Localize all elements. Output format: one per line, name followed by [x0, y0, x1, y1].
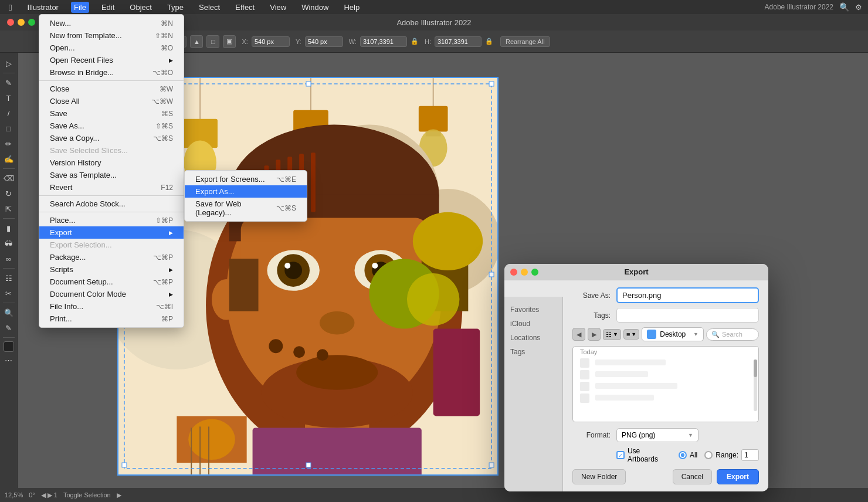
zoom-tool[interactable]: 🔍 — [2, 306, 16, 320]
file-item-4[interactable] — [573, 392, 758, 404]
notifications-icon[interactable]: ⚙ — [855, 3, 862, 12]
h-input[interactable] — [435, 36, 482, 47]
tags-input[interactable] — [616, 308, 759, 323]
rotate-tool[interactable]: ↻ — [2, 186, 16, 201]
menu-search-stock[interactable]: Search Adobe Stock... — [39, 198, 184, 210]
rearrange-all-button[interactable]: Rearrange All — [500, 36, 550, 47]
minimize-button[interactable] — [18, 19, 25, 26]
menu-open-recent[interactable]: Open Recent Files — [39, 54, 184, 66]
all-radio[interactable] — [679, 451, 687, 459]
file-item-2[interactable] — [573, 369, 758, 381]
app-menu-help[interactable]: Help — [341, 2, 362, 13]
blend-tool[interactable]: ∞ — [2, 252, 16, 266]
dialog-close-button[interactable] — [510, 269, 517, 276]
app-menu-edit[interactable]: Edit — [99, 2, 117, 13]
menu-export[interactable]: Export — [39, 226, 184, 239]
new-folder-button[interactable]: New Folder — [572, 469, 626, 484]
menu-print[interactable]: Print... ⌘P — [39, 313, 184, 325]
direct-selection-tool[interactable]: ▷ — [2, 56, 16, 70]
menu-package[interactable]: Package... ⌥⌘P — [39, 251, 184, 263]
app-menu-object[interactable]: Object — [127, 2, 155, 13]
menu-save[interactable]: Save ⌘S — [39, 107, 184, 120]
menu-browse-bridge[interactable]: Browse in Bridge... ⌥⌘O — [39, 66, 184, 79]
x-input[interactable] — [252, 36, 290, 47]
artboard-nav[interactable]: ◀ ▶ 1 — [41, 491, 57, 499]
type-tool[interactable]: T — [2, 91, 16, 105]
pencil-tool[interactable]: ✍ — [2, 152, 16, 166]
file-item-1[interactable] — [573, 357, 758, 369]
menu-scripts[interactable]: Scripts — [39, 263, 184, 276]
app-menu-type[interactable]: Type — [164, 2, 187, 13]
view-select-2[interactable]: ≡▼ — [623, 329, 639, 340]
menu-save-as[interactable]: Save As... ⇧⌘S — [39, 120, 184, 132]
pen-tool[interactable]: ✎ — [2, 76, 16, 90]
search-icon[interactable]: 🔍 — [839, 2, 849, 12]
file-scrollbar[interactable] — [754, 359, 757, 411]
range-input[interactable] — [741, 449, 759, 461]
menu-close[interactable]: Close ⌘W — [39, 83, 184, 95]
eyedropper-tool[interactable]: 🕶 — [2, 236, 16, 250]
y-input[interactable] — [305, 36, 343, 47]
save-as-input[interactable] — [616, 287, 759, 303]
w-input[interactable] — [360, 36, 407, 47]
menu-new[interactable]: New... ⌘N — [39, 17, 184, 29]
view-select[interactable]: ☷▼ — [603, 329, 621, 340]
slice-tool[interactable]: ✂ — [2, 286, 16, 300]
menu-save-template[interactable]: Save as Template... — [39, 169, 184, 181]
fill-color[interactable] — [4, 341, 14, 352]
artboard-tool[interactable]: ☷ — [2, 271, 16, 285]
line-tool[interactable]: / — [2, 106, 16, 120]
sidebar-favorites[interactable]: Favorites — [504, 303, 562, 317]
app-menu-file[interactable]: File — [71, 2, 89, 13]
apple-menu[interactable]:  — [6, 1, 15, 13]
menu-file-info[interactable]: File Info... ⌥⌘I — [39, 300, 184, 313]
rect-tool[interactable]: □ — [2, 121, 16, 135]
search-box[interactable]: 🔍 Search — [706, 328, 759, 341]
submenu-export-as[interactable]: Export As... — [185, 185, 307, 198]
app-menu-view[interactable]: View — [267, 2, 289, 13]
app-menu-effect[interactable]: Effect — [232, 2, 257, 13]
hand-tool[interactable]: ✎ — [2, 321, 16, 335]
dialog-minimize-button[interactable] — [521, 269, 528, 276]
export-button[interactable]: Export — [717, 469, 759, 484]
dialog-maximize-button[interactable] — [531, 269, 538, 276]
paintbrush-tool[interactable]: ✏ — [2, 137, 16, 151]
maximize-button[interactable] — [28, 19, 35, 26]
gradient-tool[interactable]: ▮ — [2, 221, 16, 235]
toolbar-btn-1[interactable]: ▲ — [190, 35, 203, 48]
menu-document-color[interactable]: Document Color Mode — [39, 288, 184, 300]
menu-save-copy[interactable]: Save a Copy... ⌥⌘S — [39, 132, 184, 144]
sidebar-tags[interactable]: Tags — [504, 345, 562, 359]
sidebar-icloud[interactable]: iCloud — [504, 317, 562, 331]
app-menu-window[interactable]: Window — [299, 2, 331, 13]
scrollbar-thumb[interactable] — [754, 359, 757, 377]
file-item-3[interactable] — [573, 381, 758, 392]
scale-tool[interactable]: ⇱ — [2, 202, 16, 216]
nav-arrow[interactable]: ▶ — [117, 491, 121, 499]
app-menu-select[interactable]: Select — [196, 2, 223, 13]
eraser-tool[interactable]: ⌫ — [2, 171, 16, 185]
menu-close-all[interactable]: Close All ⌥⌘W — [39, 95, 184, 107]
menu-place[interactable]: Place... ⇧⌘P — [39, 214, 184, 226]
menu-open[interactable]: Open... ⌘O — [39, 42, 184, 54]
range-radio[interactable] — [704, 451, 713, 459]
use-artboards-checkbox[interactable] — [616, 451, 625, 459]
app-menu-illustrator[interactable]: Illustrator — [24, 2, 61, 13]
nav-forward-button[interactable]: ▶ — [588, 328, 601, 341]
more-tools[interactable]: ⋯ — [2, 353, 16, 367]
location-dropdown[interactable]: Desktop ▼ — [642, 327, 704, 341]
submenu-export-screens[interactable]: Export for Screens... ⌥⌘E — [185, 173, 307, 185]
menu-revert[interactable]: Revert F12 — [39, 181, 184, 194]
format-select[interactable]: PNG (png) ▼ — [616, 428, 699, 442]
nav-back-button[interactable]: ◀ — [572, 328, 585, 341]
toolbar-btn-2[interactable]: □ — [206, 35, 219, 48]
toggle-selection[interactable]: Toggle Selection — [63, 491, 111, 498]
toolbar-btn-3[interactable]: ▣ — [223, 35, 236, 48]
menu-new-template[interactable]: New from Template... ⇧⌘N — [39, 29, 184, 42]
sidebar-locations[interactable]: Locations — [504, 331, 562, 345]
cancel-button[interactable]: Cancel — [673, 469, 712, 484]
close-button[interactable] — [7, 19, 14, 26]
submenu-save-web[interactable]: Save for Web (Legacy)... ⌥⌘S — [185, 198, 307, 219]
menu-version-history[interactable]: Version History — [39, 157, 184, 169]
menu-document-setup[interactable]: Document Setup... ⌥⌘P — [39, 276, 184, 288]
